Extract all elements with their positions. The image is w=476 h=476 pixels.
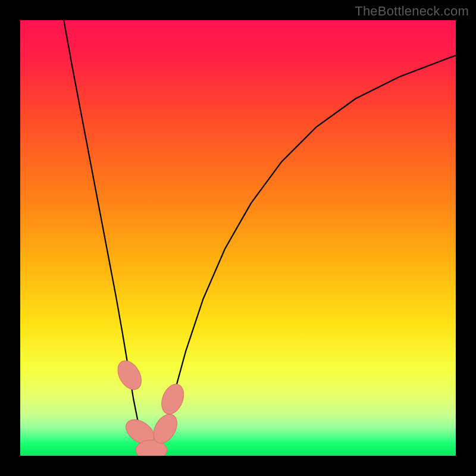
watermark-text: TheBottleneck.com	[355, 4, 469, 19]
chart-frame: TheBottleneck.com	[0, 0, 476, 476]
plot-area	[20, 20, 456, 456]
chart-svg	[20, 20, 456, 456]
gradient-background	[20, 20, 456, 456]
